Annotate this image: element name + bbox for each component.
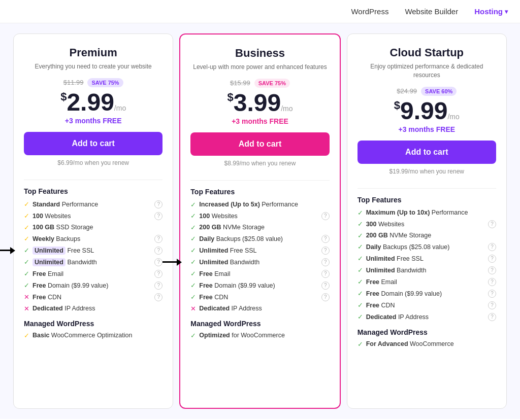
- feature-item: ✕ Free CDN ?: [24, 293, 162, 301]
- feature-item: ✓ Free CDN ?: [190, 293, 329, 301]
- feature-item: ✓ For Advanced WooCommerce: [358, 340, 496, 348]
- check-icon: ✓: [24, 200, 29, 208]
- check-icon: ✓: [24, 258, 29, 266]
- feature-bold: Daily: [199, 235, 214, 242]
- check-icon: ✓: [190, 258, 196, 266]
- plan-subtitle: Everything you need to create your websi…: [24, 62, 162, 71]
- price-row: $24.99 SAVE 60%: [358, 87, 496, 96]
- info-icon[interactable]: ?: [154, 258, 162, 266]
- info-icon[interactable]: ?: [488, 255, 496, 263]
- currency: $: [227, 91, 233, 103]
- divider: [190, 180, 329, 181]
- price-amount: 9.99: [400, 97, 447, 124]
- feature-item: ✓ Free Email ?: [24, 270, 162, 278]
- info-icon[interactable]: ?: [488, 290, 496, 298]
- feature-text: 200 GB NVMe Storage: [199, 224, 265, 231]
- check-icon: ✓: [190, 270, 196, 277]
- info-icon[interactable]: ?: [154, 293, 162, 301]
- info-icon[interactable]: ?: [154, 212, 162, 220]
- save-badge: SAVE 75%: [254, 79, 290, 88]
- check-icon: ✓: [190, 293, 196, 301]
- features-title: Top Features: [24, 187, 162, 195]
- feature-item: ✓ Unlimited Bandwidth ?: [358, 266, 496, 274]
- info-icon[interactable]: ?: [321, 212, 330, 220]
- nav-hosting[interactable]: Hosting: [474, 7, 508, 16]
- feature-bold: Free: [32, 282, 46, 289]
- feature-text: For Advanced WooCommerce: [366, 340, 454, 347]
- renew-price: $6.99/mo when you renew: [24, 159, 162, 166]
- add-to-cart-button[interactable]: Add to cart: [190, 132, 329, 156]
- feature-bold: 100: [32, 213, 43, 220]
- feature-item: ✓ Free Email ?: [358, 278, 496, 286]
- feature-text: Free Email: [199, 270, 230, 277]
- save-badge: SAVE 75%: [87, 78, 123, 87]
- renew-price: $8.99/mo when you renew: [190, 160, 329, 167]
- months-free: +3 months FREE: [358, 125, 496, 133]
- feature-bold: 100: [199, 213, 210, 220]
- nav-website-builder[interactable]: Website Builder: [405, 7, 458, 16]
- feature-text: Increased (Up to 5x) Performance: [199, 201, 298, 208]
- original-price: $11.99: [63, 79, 84, 86]
- feature-bold: Increased (Up to 5x): [199, 201, 259, 208]
- info-icon[interactable]: ?: [488, 278, 496, 286]
- info-icon[interactable]: ?: [488, 301, 496, 309]
- plan-card-premium: Premium Everything you need to create yo…: [13, 33, 173, 409]
- price-amount: 2.99: [67, 89, 114, 116]
- feature-bold: Free: [32, 270, 46, 277]
- feature-item: ✓ Free Domain ($9.99 value) ?: [24, 282, 162, 290]
- feature-list: ✓ Increased (Up to 5x) Performance ✓ 100…: [190, 201, 329, 312]
- info-icon[interactable]: ?: [321, 293, 330, 301]
- check-icon: ✓: [358, 209, 363, 217]
- info-icon[interactable]: ?: [154, 282, 162, 290]
- feature-item: ✓ 100 GB SSD Storage: [24, 224, 162, 231]
- feature-text: Basic WooCommerce Optimization: [32, 332, 132, 339]
- feature-text: Unlimited Free SSL: [366, 255, 424, 262]
- check-icon: ✓: [190, 224, 196, 231]
- feature-bold: 300: [366, 221, 377, 228]
- nav-wordpress[interactable]: WordPress: [351, 7, 388, 16]
- info-icon[interactable]: ?: [321, 270, 330, 278]
- check-icon: ✓: [24, 270, 29, 277]
- plan-subtitle: Level-up with more power and enhanced fe…: [190, 63, 329, 72]
- feature-item: ✓ Unlimited Bandwidth ?: [190, 258, 329, 266]
- feature-text: Free Domain ($9.99 value): [32, 282, 108, 289]
- feature-text: Unlimited Bandwidth: [199, 259, 259, 266]
- feature-text: Free Email: [366, 278, 397, 286]
- original-price: $15.99: [230, 79, 250, 87]
- check-icon: ✓: [358, 255, 363, 262]
- info-icon[interactable]: ?: [321, 282, 330, 290]
- managed-feature-list: ✓ For Advanced WooCommerce: [358, 340, 496, 348]
- info-icon[interactable]: ?: [154, 270, 162, 278]
- info-icon[interactable]: ?: [321, 258, 330, 266]
- feature-item: ✓ Free Email ?: [190, 270, 329, 278]
- feature-text: Maximum (Up to 10x) Performance: [366, 209, 468, 216]
- info-icon[interactable]: ?: [321, 247, 330, 255]
- feature-text: Optimized for WooCommerce: [199, 332, 285, 339]
- check-icon: ✓: [24, 247, 29, 254]
- cross-icon: ✕: [24, 293, 29, 301]
- divider: [358, 188, 496, 189]
- add-to-cart-button[interactable]: Add to cart: [358, 141, 496, 164]
- info-icon[interactable]: ?: [154, 235, 162, 243]
- managed-feature-list: ✓ Basic WooCommerce Optimization: [24, 332, 162, 339]
- add-to-cart-button[interactable]: Add to cart: [24, 132, 162, 155]
- info-icon[interactable]: ?: [488, 313, 496, 321]
- plan-title: Cloud Startup: [358, 46, 496, 59]
- info-icon[interactable]: ?: [154, 200, 162, 208]
- info-icon[interactable]: ?: [321, 235, 330, 243]
- info-icon[interactable]: ?: [488, 220, 496, 228]
- feature-text: Unlimited Bandwidth: [366, 267, 427, 274]
- feature-text: Free Domain ($9.99 value): [366, 290, 442, 297]
- info-icon[interactable]: ?: [154, 247, 162, 255]
- main-price: $9.99/mo: [358, 99, 496, 123]
- feature-bold: Weekly: [32, 235, 54, 242]
- price-period: /mo: [281, 104, 292, 113]
- pricing-section: Premium Everything you need to create yo…: [0, 23, 520, 419]
- info-icon[interactable]: ?: [488, 266, 496, 274]
- feature-bold: Unlimited: [32, 258, 66, 266]
- feature-bold: Unlimited: [199, 247, 228, 254]
- info-icon[interactable]: ?: [488, 243, 496, 251]
- save-badge: SAVE 60%: [421, 87, 457, 96]
- check-icon: ✓: [190, 247, 196, 254]
- check-icon: ✓: [358, 243, 363, 251]
